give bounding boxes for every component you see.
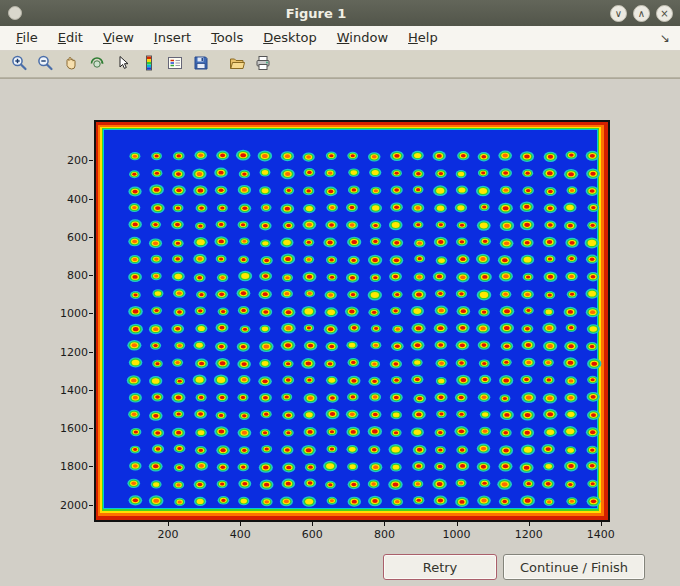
y-tick-mark [89,390,93,391]
axes [94,120,610,522]
x-tick-label: 600 [292,528,332,541]
continue-finish-button[interactable]: Continue / Finish [503,554,645,580]
maximize-button[interactable]: ∧ [633,5,650,22]
print-button[interactable] [251,53,275,76]
x-tick-label: 400 [220,528,260,541]
y-tick-label: 400 [48,193,88,206]
x-tick-mark [529,522,530,526]
rotate-3d-icon [88,54,106,75]
menu-item-window[interactable]: Window [327,26,398,50]
y-tick-label: 800 [48,269,88,282]
y-tick-mark [89,428,93,429]
zoom-out-icon [36,54,54,75]
y-tick-mark [89,275,93,276]
maximize-icon: ∧ [638,8,645,19]
y-tick-mark [89,466,93,467]
y-tick-mark [89,160,93,161]
x-tick-mark [384,522,385,526]
y-tick-mark [89,237,93,238]
retry-button[interactable]: Retry [383,554,497,580]
figure-canvas-area: 200400600800100012001400 200400600800100… [0,78,680,586]
minimize-button[interactable]: ∨ [610,5,627,22]
window-menu-button[interactable] [8,6,22,20]
y-tick-label: 600 [48,231,88,244]
plate-image [96,122,608,520]
y-tick-mark [89,505,93,506]
menu-item-tools[interactable]: Tools [201,26,253,50]
y-tick-label: 1000 [48,307,88,320]
x-tick-label: 800 [364,528,404,541]
y-tick-label: 1600 [48,422,88,435]
legend-icon [166,54,184,75]
menu-item-file[interactable]: File [6,26,48,50]
x-tick-mark [312,522,313,526]
minimize-icon: ∨ [615,8,622,19]
y-tick-mark [89,199,93,200]
y-tick-label: 200 [48,154,88,167]
menu-bar: FileEditViewInsertToolsDesktopWindowHelp… [0,26,680,51]
menu-item-view[interactable]: View [93,26,144,50]
menu-bar-items: FileEditViewInsertToolsDesktopWindowHelp [0,26,660,50]
y-tick-label: 2000 [48,499,88,512]
menu-item-insert[interactable]: Insert [144,26,201,50]
window-controls: ∨ ∧ × [610,5,673,22]
x-tick-mark [168,522,169,526]
x-tick-label: 1000 [437,528,477,541]
data-cursor-icon [114,54,132,75]
zoom-in-button[interactable] [7,53,31,76]
figure-window: { "window": { "title": "Figure 1", "cont… [0,0,680,586]
window-title: Figure 1 [22,6,610,21]
title-bar: Figure 1 ∨ ∧ × [0,0,680,26]
y-tick-mark [89,313,93,314]
legend-button[interactable] [163,53,187,76]
print-icon [254,54,272,75]
rotate-3d-button[interactable] [85,53,109,76]
open-folder-icon [228,54,246,75]
zoom-out-button[interactable] [33,53,57,76]
save-icon [192,54,210,75]
close-icon: × [660,8,668,19]
dock-figure-icon[interactable]: ↘ [660,31,680,45]
save-button[interactable] [189,53,213,76]
y-tick-mark [89,352,93,353]
x-tick-label: 200 [148,528,188,541]
toolbar-separator [214,51,224,77]
x-tick-label: 1200 [509,528,549,541]
menu-item-help[interactable]: Help [398,26,448,50]
zoom-in-icon [10,54,28,75]
menu-item-desktop[interactable]: Desktop [253,26,327,50]
x-tick-mark [457,522,458,526]
y-tick-label: 1800 [48,460,88,473]
colorbar-button[interactable] [137,53,161,76]
x-tick-mark [240,522,241,526]
data-cursor-button[interactable] [111,53,135,76]
y-tick-label: 1200 [48,346,88,359]
figure-toolbar [0,51,680,78]
x-tick-mark [601,522,602,526]
close-button[interactable]: × [656,5,673,22]
x-tick-label: 1400 [581,528,621,541]
open-button[interactable] [225,53,249,76]
pan-hand-icon [62,54,80,75]
menu-item-edit[interactable]: Edit [48,26,93,50]
y-tick-label: 1400 [48,384,88,397]
colorbar-icon [140,54,158,75]
pan-button[interactable] [59,53,83,76]
